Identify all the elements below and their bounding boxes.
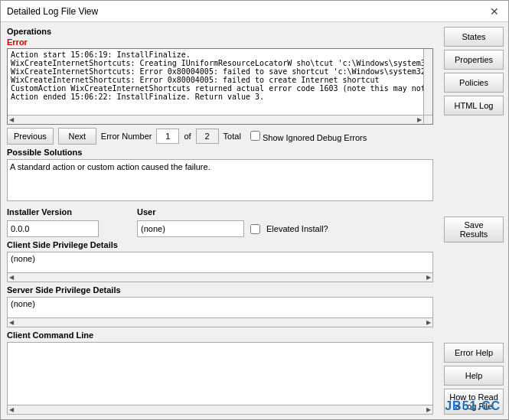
client-side-privilege-text: (none) [8, 252, 432, 265]
title-bar: Detailed Log File View ✕ [1, 1, 508, 22]
server-side-privilege-section: Server Side Privilege Details (none) ◀ ▶ [7, 285, 433, 327]
total-input [196, 129, 219, 144]
hscroll-left-icon: ◀ [9, 116, 14, 123]
server-side-privilege-text: (none) [8, 298, 432, 310]
log-line-5: CustomAction WixCreateInternetShortcuts … [11, 84, 420, 93]
of-label: of [184, 132, 191, 141]
window-title: Detailed Log File View [7, 6, 98, 17]
properties-button[interactable]: Properties [444, 50, 504, 70]
cmd-hscrollbar[interactable]: ◀ ▶ [8, 405, 432, 414]
previous-button[interactable]: Previous [7, 128, 54, 145]
show-ignored-checkbox[interactable] [250, 131, 260, 141]
error-number-input[interactable] [156, 129, 179, 144]
cmd-hscroll-right-icon: ▶ [426, 406, 431, 413]
policies-button[interactable]: Policies [444, 73, 504, 93]
html-log-button[interactable]: HTML Log [444, 96, 504, 116]
client-command-line-section: Client Command Line ◀ ▶ [7, 330, 433, 415]
server-side-privilege-box[interactable]: (none) ◀ ▶ [7, 297, 433, 327]
log-content: Action start 15:06:19: InstallFinalize. … [8, 49, 423, 115]
right-spacer2 [444, 246, 504, 340]
installer-version-input[interactable] [7, 220, 99, 237]
client-priv-hscrollbar[interactable]: ◀ ▶ [8, 272, 432, 282]
cmd-hscroll-left-icon: ◀ [9, 406, 14, 413]
possible-solutions-section: Possible Solutions A standard action or … [7, 148, 433, 204]
operations-section: Operations Error [7, 27, 433, 48]
client-hscroll-right-icon: ▶ [426, 274, 431, 281]
help-button[interactable]: Help [444, 366, 504, 386]
installer-version-group: Installer Version [7, 207, 99, 237]
user-row: Elevated Install? [137, 220, 328, 237]
main-content: Operations Error Action start 15:06:19: … [1, 22, 508, 419]
show-ignored-label: Show Ignored Debug Errors [263, 133, 367, 142]
operations-label: Operations [7, 27, 433, 36]
states-button[interactable]: States [444, 27, 504, 47]
total-label: Total [224, 132, 241, 141]
log-line-3: WixCreateInternetShortcuts: Error 0x8000… [11, 67, 420, 76]
client-side-privilege-section: Client Side Privilege Details (none) ◀ ▶ [7, 240, 433, 282]
user-input[interactable] [137, 220, 244, 237]
user-group: User Elevated Install? [137, 207, 328, 237]
hscroll-right-icon: ▶ [417, 116, 422, 123]
installer-version-label: Installer Version [7, 207, 99, 217]
log-line-1: Action start 15:06:19: InstallFinalize. [11, 50, 420, 59]
client-hscroll-left-icon: ◀ [9, 274, 14, 281]
error-number-label: Error Number [101, 132, 152, 141]
version-user-row: Installer Version User Elevated Install? [7, 207, 433, 237]
log-line-2: WixCreateInternetShortcuts: Creating IUn… [11, 59, 420, 67]
watermark: JB51.CC [445, 399, 501, 413]
possible-solutions-text: A standard action or custom action cause… [10, 162, 210, 171]
next-button[interactable]: Next [58, 128, 96, 145]
navigation-row: Previous Next Error Number of Total Show… [7, 128, 433, 145]
log-vscrollbar[interactable] [423, 49, 432, 115]
save-results-button[interactable]: Save Results [444, 217, 504, 243]
log-wrapper: Action start 15:06:19: InstallFinalize. … [7, 48, 433, 125]
error-help-button[interactable]: Error Help [444, 343, 504, 363]
client-side-privilege-box[interactable]: (none) ◀ ▶ [7, 252, 433, 282]
right-panel: States Properties Policies HTML Log Save… [439, 22, 508, 419]
elevated-install-checkbox[interactable] [250, 224, 260, 234]
close-button[interactable]: ✕ [487, 4, 502, 19]
possible-solutions-box[interactable]: A standard action or custom action cause… [7, 159, 433, 201]
right-spacer [444, 119, 504, 213]
user-label: User [137, 207, 328, 217]
error-label: Error [7, 37, 433, 47]
log-line-4: WixCreateInternetShortcuts: Error 0x8000… [11, 76, 420, 84]
server-priv-hscrollbar[interactable]: ◀ ▶ [8, 317, 432, 327]
client-command-line-text [8, 343, 432, 346]
log-line-6: Action ended 15:06:22: InstallFinalize. … [11, 93, 420, 101]
elevated-install-label: Elevated Install? [266, 224, 328, 233]
server-hscroll-left-icon: ◀ [9, 319, 14, 326]
left-panel: Operations Error Action start 15:06:19: … [1, 22, 439, 419]
client-side-privilege-label: Client Side Privilege Details [7, 240, 433, 249]
server-side-privilege-label: Server Side Privilege Details [7, 285, 433, 295]
client-command-line-box[interactable]: ◀ ▶ [7, 342, 433, 415]
main-window: Detailed Log File View ✕ Operations Erro… [0, 0, 509, 420]
log-hscrollbar[interactable]: ◀ ▶ [8, 115, 423, 124]
possible-solutions-label: Possible Solutions [7, 148, 433, 157]
server-hscroll-right-icon: ▶ [426, 319, 431, 326]
scrollbar-corner [423, 115, 432, 124]
show-ignored-row: Show Ignored Debug Errors [250, 131, 367, 142]
client-command-line-label: Client Command Line [7, 330, 433, 340]
